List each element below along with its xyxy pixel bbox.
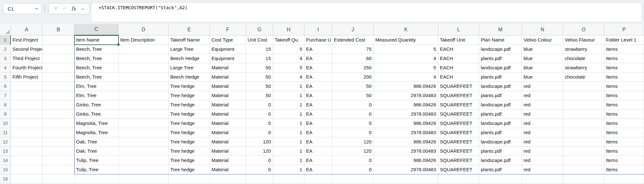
column-header-H[interactable]: H [273,24,304,35]
cell-K16[interactable] [374,174,438,184]
cell-K9[interactable]: 2978.00483 [374,110,438,119]
cell-M8[interactable]: landscape.pdf [479,100,522,110]
cell-I1[interactable]: Purchase U [304,35,332,45]
cell-M13[interactable]: plants.pdf [479,147,522,156]
cell-H15[interactable]: 1 [273,165,304,174]
cell-C3[interactable]: Beech, Tree [74,54,119,63]
cell-F14[interactable]: Material [210,156,246,165]
cell-A5[interactable]: Fifth Project [11,73,42,82]
cell-H16[interactable] [273,174,304,184]
cell-M4[interactable]: landscape.pdf [479,63,522,73]
column-header-P[interactable]: P [604,24,644,35]
cell-N7[interactable]: red [522,91,563,100]
cell-L4[interactable]: EACH [438,63,479,73]
cell-F8[interactable]: Material [210,100,246,110]
cell-I4[interactable]: EA [304,63,332,73]
cell-A2[interactable]: Second Project [11,45,42,54]
cell-P8[interactable]: Items [604,100,644,110]
cell-O6[interactable] [563,82,604,91]
cell-B9[interactable] [42,110,74,119]
cell-K4[interactable]: 5 [374,63,438,73]
column-header-K[interactable]: K [374,24,438,35]
cell-J4[interactable]: 250 [332,63,374,73]
select-all-corner[interactable] [0,24,11,35]
cell-F10[interactable]: Material [210,119,246,128]
formula-chevron-down-icon[interactable] [81,6,84,12]
cell-M15[interactable]: plants.pdf [479,165,522,174]
cell-A1[interactable]: First Project [11,35,42,45]
cell-F11[interactable]: Material [210,128,246,137]
cell-B13[interactable] [42,147,74,156]
cell-P1[interactable]: Folder Level 1 [604,35,644,45]
cell-C9[interactable]: Ginko, Tree [74,110,119,119]
cell-E4[interactable]: Large Tree [169,63,210,73]
cell-C16[interactable] [74,174,119,184]
column-header-I[interactable]: I [304,24,332,35]
row-header-11[interactable]: 11 [0,128,11,137]
cell-D3[interactable] [119,54,169,63]
cell-D4[interactable] [119,63,169,73]
cell-A7[interactable] [11,91,42,100]
cell-M9[interactable]: plants.pdf [479,110,522,119]
cell-G7[interactable]: 50 [246,91,273,100]
cell-H11[interactable]: 1 [273,128,304,137]
cell-J8[interactable]: 0 [332,100,374,110]
column-header-D[interactable]: D [119,24,169,35]
cell-B11[interactable] [42,128,74,137]
cell-J13[interactable]: 120 [332,147,374,156]
cell-C13[interactable]: Oak, Tree [74,147,119,156]
column-header-M[interactable]: M [479,24,522,35]
cell-O5[interactable]: chocolate [563,73,604,82]
cell-I13[interactable]: EA [304,147,332,156]
column-header-A[interactable]: A [11,24,42,35]
cell-M6[interactable]: landscape.pdf [479,82,522,91]
cell-G6[interactable]: 50 [246,82,273,91]
cell-D13[interactable] [119,147,169,156]
cell-A12[interactable] [11,137,42,147]
cell-D16[interactable] [119,174,169,184]
cell-D14[interactable] [119,156,169,165]
cell-P15[interactable]: Items [604,165,644,174]
cell-I5[interactable]: EA [304,73,332,82]
cell-F1[interactable]: Cost Type [210,35,246,45]
cell-K1[interactable]: Measured Quantity [374,35,438,45]
cell-E15[interactable]: Tree hedge [169,165,210,174]
column-header-G[interactable]: G [246,24,273,35]
cell-F4[interactable]: Material [210,63,246,73]
cell-J11[interactable]: 0 [332,128,374,137]
cell-N11[interactable]: red [522,128,563,137]
cell-H6[interactable]: 1 [273,82,304,91]
cell-E9[interactable]: Tree hedge [169,110,210,119]
cell-L14[interactable]: SQUAREFEET [438,156,479,165]
cell-G15[interactable]: 0 [246,165,273,174]
cell-N1[interactable]: Velixo Colour [522,35,563,45]
cell-I16[interactable] [304,174,332,184]
insert-function-icon[interactable]: fx [71,5,76,12]
cell-P7[interactable]: Items [604,91,644,100]
row-header-6[interactable]: 6 [0,82,11,91]
column-header-N[interactable]: N [522,24,563,35]
cancel-icon[interactable]: ✕ [54,6,58,11]
row-header-14[interactable]: 14 [0,156,11,165]
cell-K12[interactable]: 986.09426 [374,137,438,147]
cell-L6[interactable]: SQUAREFEET [438,82,479,91]
cell-B16[interactable] [42,174,74,184]
row-header-16[interactable]: 16 [0,174,11,184]
cell-A8[interactable] [11,100,42,110]
cell-F7[interactable]: Material [210,91,246,100]
cell-H3[interactable]: 4 [273,54,304,63]
cell-P16[interactable] [604,174,644,184]
cell-D1[interactable]: Item Description [119,35,169,45]
cell-A15[interactable] [11,165,42,174]
cell-K11[interactable]: 2978.00483 [374,128,438,137]
cell-L3[interactable]: EACH [438,54,479,63]
cell-E12[interactable]: Tree hedge [169,137,210,147]
cell-P13[interactable]: Items [604,147,644,156]
cell-N2[interactable]: blue [522,45,563,54]
cell-H1[interactable]: Takeoff Qu [273,35,304,45]
cell-F16[interactable] [210,174,246,184]
cell-D15[interactable] [119,165,169,174]
cell-K8[interactable]: 986.09426 [374,100,438,110]
cell-N14[interactable]: red [522,156,563,165]
cell-E14[interactable]: Tree hedge [169,156,210,165]
